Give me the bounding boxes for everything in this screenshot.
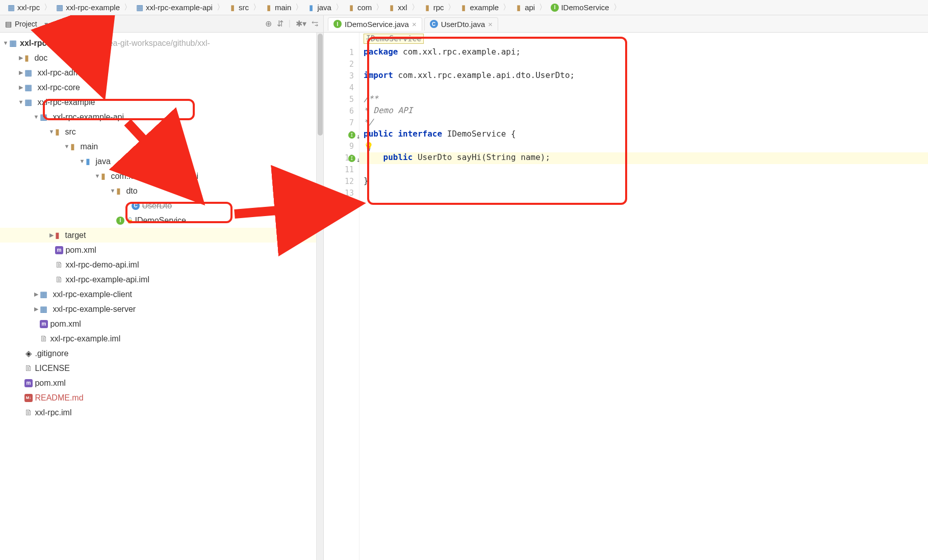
code-line-4[interactable] <box>359 82 928 94</box>
line-number[interactable]: 11 <box>324 164 359 176</box>
code-line-3[interactable]: import com.xxl.rpc.example.api.dto.UserD… <box>359 70 928 82</box>
tree-row-xxl-rpc-example-server[interactable]: ▶▦ xxl-rpc-example-server <box>0 302 316 316</box>
scrollbar-thumb[interactable] <box>318 34 323 136</box>
line-number[interactable]: I↓10 <box>324 152 359 164</box>
code-line-1[interactable]: package com.xxl.rpc.example.api; <box>359 47 928 59</box>
tree-row-xxl-rpc-core[interactable]: ▶▦ xxl-rpc-core <box>0 80 316 95</box>
tree-row-pom-xml[interactable]: m pom.xml <box>0 243 316 257</box>
line-number[interactable]: 1 <box>324 47 359 59</box>
tree-row-pom-xml[interactable]: m pom.xml <box>0 316 316 331</box>
crumb-11[interactable]: I IDemoService <box>548 2 612 13</box>
crumb-2[interactable]: ▦xxl-rpc-example-api <box>133 2 216 13</box>
close-icon[interactable]: × <box>488 20 493 29</box>
tree-item-label: xxl-rpc-example-client <box>53 287 132 302</box>
tab-label: UserDto.java <box>441 20 485 29</box>
tree-row-license[interactable]: 🗎 LICENSE <box>0 361 316 376</box>
locate-icon[interactable]: ⊕ <box>265 19 272 29</box>
line-number[interactable]: 9 <box>324 141 359 152</box>
gutter-marker-icon[interactable]: I <box>348 155 355 162</box>
expand-arrow[interactable]: ▶ <box>48 228 55 243</box>
gutter-marker-icon[interactable]: I <box>348 131 355 139</box>
crumb-9[interactable]: ▮example <box>456 2 502 13</box>
tree-row-xxl-rpc-example[interactable]: ▼▦ xxl-rpc-example <box>0 95 316 110</box>
crumb-6[interactable]: ▮com <box>344 2 375 13</box>
line-number[interactable]: 7 <box>324 117 359 129</box>
tree-row-doc[interactable]: ▶▮ doc <box>0 50 316 65</box>
code-line-8[interactable]: public interface IDemoService { <box>359 129 928 141</box>
tree-root[interactable]: ▼ ▦ xxl-rpc ~/workspaces/idea-git-worksp… <box>0 36 316 50</box>
code-line-2[interactable] <box>359 59 928 70</box>
editor-gutter[interactable]: 1234567I↓89I↓10111213 <box>324 33 359 560</box>
tree-row-idemoservice[interactable]: I 🔓IDemoService <box>0 213 316 228</box>
tree-row-xxl-rpc-example-api-iml[interactable]: 🗎 xxl-rpc-example-api.iml <box>0 272 316 287</box>
line-number[interactable]: I↓8 <box>324 129 359 141</box>
expand-arrow[interactable]: ▼ <box>109 183 116 198</box>
line-number[interactable]: 12 <box>324 176 359 188</box>
code-content[interactable]: IDemoService package com.xxl.rpc.example… <box>359 33 928 560</box>
code-line-12[interactable]: } <box>359 176 928 188</box>
expand-arrow[interactable]: ▶ <box>33 287 40 302</box>
expand-arrow[interactable]: ▶ <box>17 50 24 65</box>
tree-row-dto[interactable]: ▼▮ dto <box>0 183 316 198</box>
expand-arrow[interactable]: ▼ <box>94 169 101 183</box>
expand-arrow[interactable]: ▼ <box>2 36 9 50</box>
line-number[interactable]: 3 <box>324 70 359 82</box>
close-icon[interactable]: × <box>412 20 417 29</box>
tree-row-xxl-rpc-iml[interactable]: 🗎 xxl-rpc.iml <box>0 405 316 420</box>
tab-userdto[interactable]: C UserDto.java × <box>424 17 498 31</box>
tree-row-xxl-rpc-example-iml[interactable]: 🗎 xxl-rpc-example.iml <box>0 331 316 346</box>
tab-idemoservice[interactable]: I IDemoService.java × <box>328 17 422 31</box>
tree-row-main[interactable]: ▼▮ main <box>0 139 316 154</box>
expand-arrow[interactable]: ▶ <box>17 80 24 95</box>
hide-icon[interactable]: ⥃ <box>312 19 318 29</box>
tree-row--gitignore[interactable]: ◈ .gitignore <box>0 346 316 361</box>
expand-arrow[interactable]: ▼ <box>48 124 55 139</box>
code-line-10[interactable]: public UserDto sayHi(String name); <box>359 152 928 164</box>
view-dropdown[interactable]: ▾ <box>44 20 48 28</box>
tree-row-pom-xml[interactable]: m pom.xml <box>0 376 316 390</box>
tree-row-xxl-rpc-admin[interactable]: ▶▦ xxl-rpc-admin <box>0 65 316 80</box>
expand-arrow[interactable]: ▼ <box>17 95 24 110</box>
tree-row-xxl-rpc-demo-api-iml[interactable]: 🗎 xxl-rpc-demo-api.iml <box>0 257 316 272</box>
vcs-badge: 🔓 <box>126 213 134 228</box>
line-number[interactable]: 4 <box>324 82 359 94</box>
crumb-0[interactable]: ▦xxl-rpc <box>4 2 43 13</box>
code-line-6[interactable]: * Demo API <box>359 105 928 117</box>
code-line-5[interactable]: /** <box>359 94 928 105</box>
crumb-3[interactable]: ▮src <box>225 2 252 13</box>
crumb-5[interactable]: ▮java <box>304 2 334 13</box>
code-line-11[interactable] <box>359 164 928 176</box>
project-scrollbar[interactable] <box>316 33 323 560</box>
line-number[interactable]: 13 <box>324 188 359 199</box>
expand-arrow[interactable]: ▶ <box>17 65 24 80</box>
tree-row-target[interactable]: ▶▮ target <box>0 228 316 243</box>
expand-arrow[interactable]: ▼ <box>63 139 70 154</box>
expand-arrow[interactable]: ▼ <box>33 110 40 124</box>
expand-arrow[interactable]: ▼ <box>79 154 86 169</box>
line-number[interactable]: 5 <box>324 94 359 105</box>
crumb-10[interactable]: ▮api <box>511 2 538 13</box>
tree-item-label: src <box>65 124 75 139</box>
editor-body[interactable]: 1234567I↓89I↓10111213 IDemoService packa… <box>324 33 928 560</box>
line-number[interactable]: 2 <box>324 59 359 70</box>
code-line-9[interactable]: 💡 <box>359 141 928 152</box>
tree-row-src[interactable]: ▼▮ src <box>0 124 316 139</box>
line-number[interactable]: 6 <box>324 105 359 117</box>
tree-row-xxl-rpc-example-api[interactable]: ▼▦ xxl-rpc-example-api <box>0 110 316 124</box>
code-line-7[interactable]: */ <box>359 117 928 129</box>
collapse-icon[interactable]: ⇵ <box>277 19 283 29</box>
crumb-7[interactable]: ▮xxl <box>384 2 410 13</box>
tree-row-xxl-rpc-example-client[interactable]: ▶▦ xxl-rpc-example-client <box>0 287 316 302</box>
expand-arrow[interactable]: ▶ <box>33 302 40 316</box>
tree-row-com-xxl-rpc-example-api[interactable]: ▼▮ com.xxl.rpc.example.api <box>0 169 316 183</box>
gear-icon[interactable]: ✱▾ <box>296 19 306 29</box>
crumb-8[interactable]: ▮rpc <box>420 2 447 13</box>
project-tree[interactable]: ▼ ▦ xxl-rpc ~/workspaces/idea-git-worksp… <box>0 33 316 560</box>
tree-row-readme-md[interactable]: M↓ README.md <box>0 390 316 405</box>
tree-row-java[interactable]: ▼▮ java <box>0 154 316 169</box>
crumb-4[interactable]: ▮main <box>262 2 295 13</box>
tree-row-userdto[interactable]: C UserDto <box>0 198 316 213</box>
code-line-13[interactable] <box>359 188 928 199</box>
crumb-1[interactable]: ▦xxl-rpc-example <box>53 2 123 13</box>
intention-bulb-icon[interactable]: 💡 <box>364 142 373 151</box>
